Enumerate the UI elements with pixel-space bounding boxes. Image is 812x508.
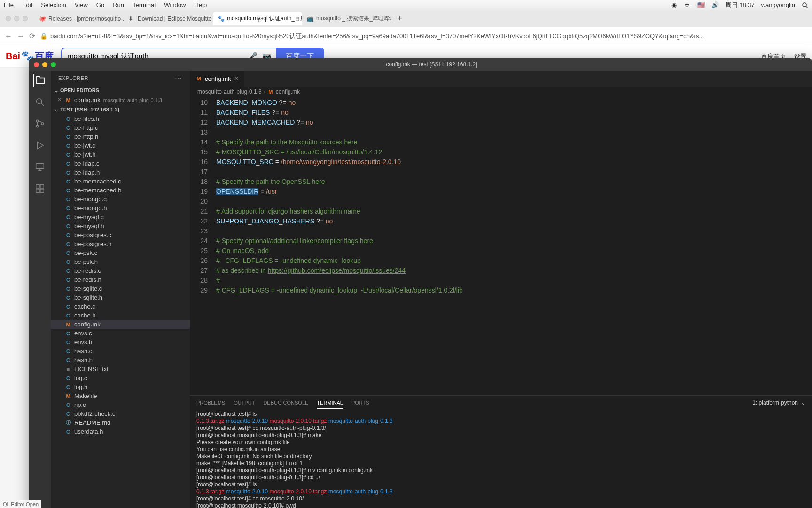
file-item[interactable]: Cbe-postgres.c: [51, 230, 190, 239]
file-item[interactable]: Cbe-files.h: [51, 114, 190, 123]
activity-extensions[interactable]: [34, 183, 46, 195]
menu-item[interactable]: Run: [113, 1, 124, 8]
activity-scm[interactable]: [34, 118, 46, 130]
panel-tab[interactable]: DEBUG CONSOLE: [263, 397, 308, 408]
code-line[interactable]: [216, 167, 812, 177]
panel-tab[interactable]: OUTPUT: [234, 397, 255, 408]
file-item[interactable]: Cbe-http.c: [51, 123, 190, 132]
file-item[interactable]: Ccache.h: [51, 311, 190, 320]
file-item[interactable]: Chash.c: [51, 347, 190, 356]
code-line[interactable]: [216, 197, 812, 206]
url-field[interactable]: 🔒 baidu.com/s?ie=utf-8&f=3&rsv_bp=1&rsv_…: [40, 32, 807, 40]
menu-item[interactable]: View: [75, 1, 88, 8]
file-item[interactable]: MMakefile: [51, 391, 190, 400]
panel-tab[interactable]: TERMINAL: [317, 397, 343, 409]
file-item[interactable]: Cenvs.c: [51, 329, 190, 338]
back-button[interactable]: ←: [5, 32, 12, 40]
menu-item[interactable]: Help: [194, 1, 207, 8]
file-item[interactable]: Clog.c: [51, 373, 190, 382]
file-item[interactable]: Clog.h: [51, 382, 190, 391]
code-line[interactable]: #: [216, 276, 812, 286]
browser-tab[interactable]: 🐙Releases · jpmens/mosquitto-...✕: [34, 12, 124, 25]
file-item[interactable]: Ccache.c: [51, 302, 190, 311]
file-item[interactable]: Cpbkdf2-check.c: [51, 409, 190, 418]
panel-tab[interactable]: PORTS: [351, 397, 369, 408]
panel-tab[interactable]: PROBLEMS: [196, 397, 225, 408]
new-tab-button[interactable]: +: [392, 14, 407, 24]
code-line[interactable]: # CFG_LDFLAGS = -undefined dynamic_looku…: [216, 256, 812, 266]
code-line[interactable]: [216, 226, 812, 236]
terminal-selector[interactable]: 1: platform-python ⌄: [752, 399, 805, 406]
vscode-window-controls[interactable]: [34, 62, 56, 67]
file-item[interactable]: Cbe-sqlite.h: [51, 293, 190, 302]
file-item[interactable]: Cbe-mysql.h: [51, 222, 190, 230]
file-item[interactable]: Cbe-mysql.c: [51, 213, 190, 222]
terminal[interactable]: [root@localhost test]# ls0.1.3.tar.gz mo…: [190, 410, 812, 508]
code-editor[interactable]: 10BACKEND_MONGO ?= no11BACKEND_FILES ?= …: [190, 97, 812, 395]
browser-tab[interactable]: 🐾mosquitto mysql 认证auth_百度✕: [213, 12, 302, 25]
file-item[interactable]: Cbe-psk.h: [51, 257, 190, 266]
breadcrumb-item[interactable]: config.mk: [276, 88, 300, 95]
code-line[interactable]: # MOSQUITTO_SRC = /usr/local/Cellar/mosq…: [216, 147, 812, 157]
activity-run[interactable]: [34, 139, 46, 151]
code-line[interactable]: BACKEND_MONGO ?= no: [216, 98, 812, 108]
file-item[interactable]: Cbe-jwt.h: [51, 150, 190, 159]
menubar-date[interactable]: 周日 18:37: [726, 1, 755, 9]
file-item[interactable]: Chash.h: [51, 356, 190, 365]
wifi-icon[interactable]: [683, 2, 691, 8]
file-item[interactable]: Cbe-psk.c: [51, 248, 190, 257]
file-item[interactable]: ⓘREADME.md: [51, 418, 190, 427]
code-line[interactable]: # On macOS, add: [216, 246, 812, 256]
code-line[interactable]: # Specify the path the OpenSSL here: [216, 177, 812, 187]
file-item[interactable]: ≡LICENSE.txt: [51, 365, 190, 373]
code-line[interactable]: # Add support for django hashers algorit…: [216, 206, 812, 216]
forward-button[interactable]: →: [17, 32, 24, 40]
window-controls[interactable]: [6, 16, 28, 21]
code-line[interactable]: # Specify the path to the Mosquitto sour…: [216, 137, 812, 147]
breadcrumb[interactable]: mosquitto-auth-plug-0.1.3 › M config.mk: [190, 87, 812, 97]
code-line[interactable]: # CFG_LDFLAGS = -undefined dynamic_looku…: [216, 286, 812, 295]
file-item[interactable]: Cbe-redis.h: [51, 275, 190, 284]
code-line[interactable]: MOSQUITTO_SRC = /home/wangyonglin/test/m…: [216, 157, 812, 167]
record-icon[interactable]: ◉: [671, 1, 677, 8]
code-line[interactable]: SUPPORT_DJANGO_HASHERS ?= no: [216, 216, 812, 226]
code-line[interactable]: # as described in https://github.com/ecl…: [216, 266, 812, 276]
menubar-user[interactable]: wangyonglin: [761, 1, 795, 8]
editor-tab[interactable]: M config.mk ✕: [190, 71, 245, 87]
file-item[interactable]: Cbe-mongo.c: [51, 195, 190, 204]
file-item[interactable]: Cbe-ldap.c: [51, 159, 190, 168]
close-icon[interactable]: ✕: [234, 75, 239, 82]
activity-remote[interactable]: [34, 161, 46, 173]
file-item[interactable]: Cbe-redis.c: [51, 266, 190, 275]
file-item[interactable]: Cenvs.h: [51, 338, 190, 347]
close-icon[interactable]: ✕: [57, 97, 62, 103]
sound-icon[interactable]: 🔊: [711, 1, 719, 8]
activity-search[interactable]: [34, 96, 46, 108]
menu-item[interactable]: Go: [96, 1, 104, 8]
workspace-section[interactable]: ⌄ TEST [SSH: 192.168.1.2]: [51, 105, 190, 114]
browser-tab[interactable]: ⬇Download | Eclipse Mosquitto✕: [124, 12, 213, 25]
menu-item[interactable]: Terminal: [133, 1, 156, 8]
reload-button[interactable]: ⟳: [29, 32, 35, 40]
file-item[interactable]: Cbe-ldap.h: [51, 168, 190, 177]
code-line[interactable]: OPENSSLDIR = /usr: [216, 187, 812, 197]
menu-item[interactable]: Window: [164, 1, 186, 8]
activity-explorer[interactable]: [33, 74, 46, 87]
code-line[interactable]: # Specify optional/additional linker/com…: [216, 236, 812, 246]
more-icon[interactable]: ···: [175, 75, 182, 81]
code-line[interactable]: [216, 127, 812, 137]
file-item[interactable]: Mconfig.mk: [51, 320, 190, 329]
code-line[interactable]: BACKEND_MEMCACHED ?= no: [216, 118, 812, 127]
menu-item[interactable]: File: [4, 1, 14, 8]
file-item[interactable]: Cuserdata.h: [51, 427, 190, 436]
menu-item[interactable]: Edit: [22, 1, 32, 8]
browser-tab[interactable]: 📺mosquitto _ 搜索结果_哔哩哔哩✕: [302, 12, 391, 25]
file-item[interactable]: Cbe-http.h: [51, 132, 190, 141]
file-item[interactable]: Cbe-jwt.c: [51, 141, 190, 150]
open-editors-section[interactable]: ⌄ OPEN EDITORS: [51, 86, 190, 95]
open-editor-item[interactable]: ✕ M config.mk mosquitto-auth-plug-0.1.3: [51, 95, 190, 105]
flag-icon[interactable]: 🇺🇸: [697, 1, 705, 8]
menu-item[interactable]: Selection: [41, 1, 66, 8]
file-item[interactable]: Cnp.c: [51, 400, 190, 409]
file-item[interactable]: Cbe-postgres.h: [51, 239, 190, 248]
